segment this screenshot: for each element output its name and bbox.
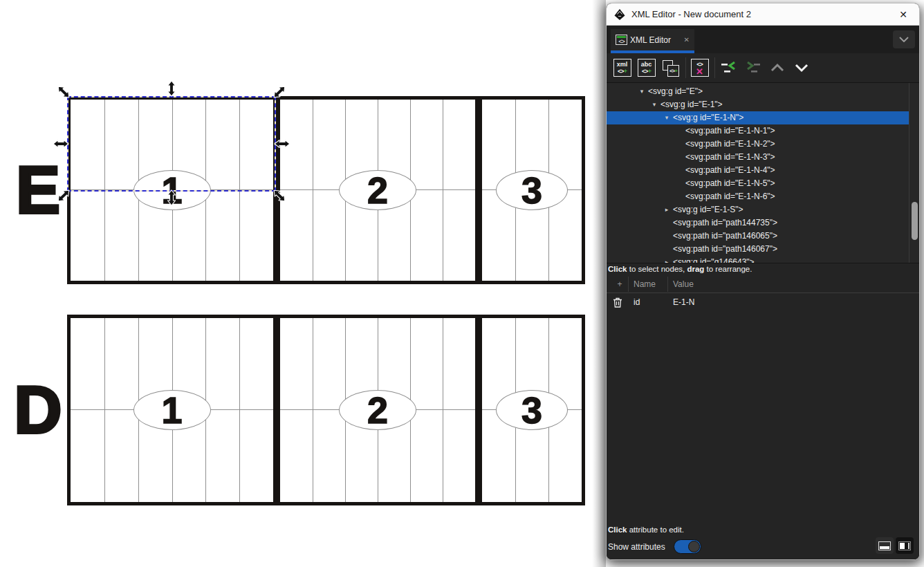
duplicate-node-button[interactable]: <>+	[661, 59, 680, 77]
tree-node[interactable]: <svg:path id="E-1-N-5">	[607, 177, 909, 190]
new-element-node-button[interactable]: xml <>+	[613, 59, 631, 77]
tree-node[interactable]: ▾<svg:g id="E-1-N">	[607, 111, 909, 124]
tree-node-label: <svg:g id="E-1-S">	[673, 203, 743, 216]
delete-node-button[interactable]: <> ✕	[690, 59, 709, 77]
row-label-e: E	[11, 152, 65, 228]
attribute-name[interactable]: id	[629, 297, 668, 307]
tree-node[interactable]: <svg:path id="E-1-N-6">	[607, 190, 909, 203]
tree-node[interactable]: <svg:path id="E-1-N-2">	[607, 138, 909, 151]
unindent-node-button[interactable]	[719, 59, 738, 77]
tree-node[interactable]: <svg:path id="E-1-N-3">	[607, 151, 909, 164]
tree-node-label: <svg:path id="E-1-N-6">	[685, 190, 775, 203]
section-number: 3	[521, 391, 542, 429]
indent-node-icon	[745, 62, 761, 74]
grid-line	[443, 100, 443, 281]
tree-node-label: <svg:g id="E-1-N">	[673, 111, 743, 124]
scale-handle-e[interactable]	[274, 140, 290, 148]
new-text-node-button[interactable]: abc <>+	[637, 59, 656, 77]
delete-attribute-icon[interactable]	[613, 297, 622, 308]
tree-hint-text: Click to select nodes, drag to rearrange…	[607, 263, 919, 275]
tree-node-label: <svg:path id="E-1-N-2">	[685, 138, 775, 151]
active-tab-underline	[611, 50, 694, 53]
toolbar-separator	[685, 57, 686, 78]
tree-node-label: <svg:g id="E">	[648, 85, 703, 98]
number-ellipse[interactable]: 2	[339, 390, 416, 430]
panel-e-3[interactable]: 3	[479, 96, 585, 284]
tree-node-label: <svg:path id="path146065">	[673, 230, 777, 243]
attribute-name-header: Name	[629, 277, 668, 292]
tab-close-icon[interactable]: ✕	[684, 36, 690, 44]
scale-handle-s[interactable]	[167, 189, 176, 206]
expander-open-icon[interactable]: ▾	[636, 85, 648, 98]
scale-handle-w[interactable]	[53, 140, 69, 148]
tab-label: XML Editor	[630, 35, 681, 45]
dialog-titlebar[interactable]: XML Editor - New document 2 ✕	[607, 3, 919, 26]
section-number: 2	[367, 391, 388, 429]
layout-horizontal-button[interactable]	[876, 537, 894, 554]
panel-e-2[interactable]: 2	[277, 96, 479, 284]
chevron-down-icon	[899, 37, 909, 42]
tree-node-label: <svg:path id="E-1-N-5">	[685, 177, 775, 190]
number-ellipse[interactable]: 2	[339, 170, 416, 210]
horizontal-split-icon	[878, 541, 891, 550]
number-ellipse[interactable]: 1	[133, 390, 211, 430]
add-attribute-button[interactable]: +	[607, 277, 629, 292]
tree-node[interactable]: ▾<svg:g id="E-1">	[607, 98, 909, 111]
scale-handle-n[interactable]	[167, 80, 176, 97]
vertical-split-icon	[898, 541, 911, 550]
expander-closed-icon[interactable]: ▸	[660, 203, 673, 216]
tree-scrollbar-thumb[interactable]	[912, 202, 918, 240]
toggle-knob	[688, 541, 700, 552]
tree-node[interactable]: <svg:path id="E-1-N-4">	[607, 164, 909, 177]
svg-canvas[interactable]: E123D123	[0, 0, 606, 567]
section-number: 3	[521, 171, 542, 209]
expander-open-icon[interactable]: ▾	[648, 98, 660, 111]
tree-node[interactable]: <svg:path id="path146067">	[607, 243, 909, 256]
expander-open-icon[interactable]: ▾	[660, 111, 673, 124]
dialog-footer: Click attribute to edit. Show attributes	[607, 523, 919, 559]
inkscape-logo-icon	[613, 8, 626, 21]
tree-node-label: <svg:path id="path144735">	[673, 216, 777, 230]
tree-node-label: <svg:g id="g146643">	[673, 256, 755, 263]
attribute-area-empty	[607, 311, 919, 523]
show-attributes-toggle[interactable]	[674, 539, 701, 554]
close-dialog-button[interactable]: ✕	[894, 9, 912, 20]
section-number: 1	[161, 391, 182, 429]
indent-node-button[interactable]	[743, 59, 762, 77]
panel-shadow	[592, 0, 606, 567]
expander-closed-icon[interactable]: ▸	[660, 256, 673, 263]
xml-editor-dialog: XML Editor - New document 2 ✕ <> XML Edi…	[606, 3, 920, 560]
unindent-node-icon	[721, 62, 737, 74]
tree-node[interactable]: ▸<svg:g id="g146643">	[607, 256, 909, 263]
tree-node[interactable]: <svg:path id="path146065">	[607, 230, 909, 243]
attribute-rows: idE-1-N	[607, 293, 919, 311]
xml-node-tree[interactable]: ▾<svg:g id="E">▾<svg:g id="E-1">▾<svg:g …	[607, 82, 919, 263]
grid-line	[104, 318, 105, 502]
tree-node-label: <svg:g id="E-1">	[660, 98, 723, 111]
tree-scrollbar[interactable]	[909, 83, 919, 263]
attribute-value-header: Value	[668, 277, 919, 292]
move-node-down-button[interactable]	[792, 59, 811, 77]
attribute-value[interactable]: E-1-N	[668, 297, 919, 307]
section-number: 2	[367, 171, 388, 209]
panel-d-3[interactable]: 3	[479, 315, 585, 505]
tree-node[interactable]: ▸<svg:g id="E-1-S">	[607, 203, 909, 216]
layout-vertical-button[interactable]	[896, 537, 914, 554]
grid-line	[313, 318, 313, 502]
tree-node[interactable]: ▾<svg:g id="E">	[607, 85, 909, 98]
tree-node-label: <svg:path id="E-1-N-4">	[685, 164, 775, 177]
tab-xml-editor[interactable]: <> XML Editor ✕	[611, 29, 694, 50]
panel-d-1[interactable]: 1	[67, 315, 277, 505]
number-ellipse[interactable]: 3	[496, 390, 568, 430]
number-ellipse[interactable]: 3	[496, 170, 568, 210]
row-label-d: D	[11, 372, 65, 448]
grid-line	[239, 318, 240, 502]
show-attributes-label: Show attributes	[608, 542, 665, 552]
move-node-up-button[interactable]	[768, 59, 786, 77]
attribute-row[interactable]: idE-1-N	[607, 293, 919, 311]
tree-node[interactable]: <svg:path id="E-1-N-1">	[607, 124, 909, 138]
tree-node[interactable]: <svg:path id="path144735">	[607, 216, 909, 230]
grid-line	[443, 318, 443, 502]
tab-menu-dropdown-button[interactable]	[893, 30, 915, 48]
panel-d-2[interactable]: 2	[277, 315, 479, 505]
